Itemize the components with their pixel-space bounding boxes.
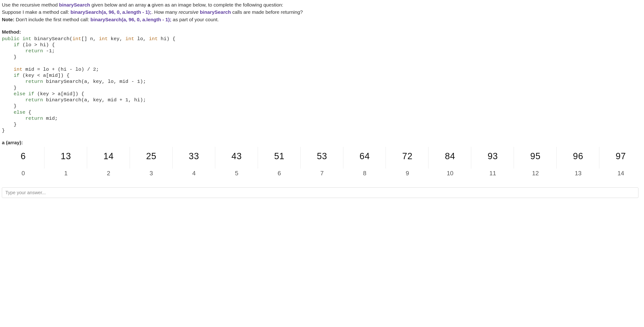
array-index-cell: 14 [600,167,642,179]
code-token: hi) { [158,36,176,42]
code-token: return [2,79,43,84]
array-value-cell: 72 [386,145,429,167]
code-token: key, [108,36,126,42]
code-token: } [2,128,5,133]
code-token: } [2,85,16,90]
code-token: int [99,36,108,42]
code-token: lo, [134,36,149,42]
code-token: binarySearch(a, key, mid + 1, hi); [43,97,146,103]
code-token: mid; [43,116,58,121]
code-token: int [125,36,134,42]
array-index-cell: 0 [2,167,44,179]
code-token: binarySearch( [31,36,72,42]
code-token: [] n, [81,36,99,42]
array-value-cell: 51 [258,145,301,167]
array-value-cell: 13 [44,145,87,167]
q-line1-pre: Use the recursive method [2,2,59,8]
array-index-cell: 13 [557,167,600,179]
array-value-cell: 93 [471,145,514,167]
array-index-cell: 6 [258,167,301,179]
q-note-post: as part of your count. [171,17,219,22]
array-value-cell: 43 [215,145,258,167]
code-token: return [2,48,43,54]
code-token: int [149,36,158,42]
code-token: public [2,36,20,42]
array-indices-row: 01234567891011121314 [2,167,642,179]
array-value-cell: 25 [130,145,173,167]
code-token: } [2,104,16,109]
array-value-cell: 97 [600,145,642,167]
code-token: binarySearch(a, key, lo, mid - 1); [43,79,146,84]
array-index-cell: 7 [301,167,344,179]
q-line2-recursive: recursive [179,9,198,15]
array-index-cell: 4 [173,167,215,179]
code-token: mid = lo + (hi - lo) / 2; [22,67,99,72]
array-value-cell: 95 [514,145,557,167]
code-token: return [2,97,43,103]
array-value-cell: 53 [301,145,344,167]
q-line1-post: given as an image below, to complete the… [150,2,283,8]
code-token: { [26,110,31,115]
code-token: int [2,67,22,72]
code-token: (lo > hi) { [20,42,55,48]
array-value-cell: 84 [429,145,471,167]
array-value-cell: 33 [173,145,215,167]
code-token: else [2,110,26,115]
method-label: Method: [2,28,642,35]
question-text: Use the recursive method binarySearch gi… [2,2,642,23]
code-token: if [2,42,20,48]
code-token: (key > a[mid]) { [34,91,84,97]
q-line2-call: binarySearch(a, 96, 0, a.length - 1); [70,9,152,15]
array-value-cell: 64 [344,145,386,167]
code-token: if [2,73,20,78]
array-diagram: 61314253343515364728493959697 0123456789… [2,145,642,179]
code-token: return [2,116,43,121]
array-index-cell: 8 [344,167,386,179]
code-token: } [2,122,16,127]
code-token: (key < a[mid]) { [20,73,70,78]
code-token: else if [2,91,34,97]
q-line1-method: binarySearch [59,2,90,8]
code-block: public int binarySearch(int[] n, int key… [2,36,642,134]
array-index-cell: 5 [215,167,258,179]
array-value-cell: 96 [557,145,600,167]
array-index-cell: 9 [386,167,429,179]
code-token: int [72,36,81,42]
code-token: int [22,36,31,42]
array-index-cell: 12 [514,167,557,179]
array-index-cell: 1 [44,167,87,179]
q-note-mid: Don't include the first method call: [14,17,90,22]
answer-input[interactable] [2,188,638,198]
array-index-cell: 11 [471,167,514,179]
q-note-call: binarySearch(a, 96, 0, a.length - 1); [90,17,172,22]
q-line1-a: a [148,2,150,8]
q-line1-mid1: given below and an array [90,2,148,8]
q-line2-pre: Suppose I make a method call: [2,9,70,15]
array-index-cell: 2 [87,167,130,179]
array-index-cell: 3 [130,167,173,179]
q-note-label: Note: [2,17,14,22]
code-token [20,36,23,42]
answer-container [2,188,638,198]
q-line2-mid: . How many [152,9,179,15]
array-values-row: 61314253343515364728493959697 [2,145,642,167]
code-token: -1; [43,48,54,54]
code-token: } [2,54,16,60]
q-line2-method: binarySearch [200,9,231,15]
q-line2-post: calls are made before returning? [231,9,303,15]
array-index-cell: 10 [429,167,471,179]
array-value-cell: 6 [2,145,44,167]
array-value-cell: 14 [87,145,130,167]
